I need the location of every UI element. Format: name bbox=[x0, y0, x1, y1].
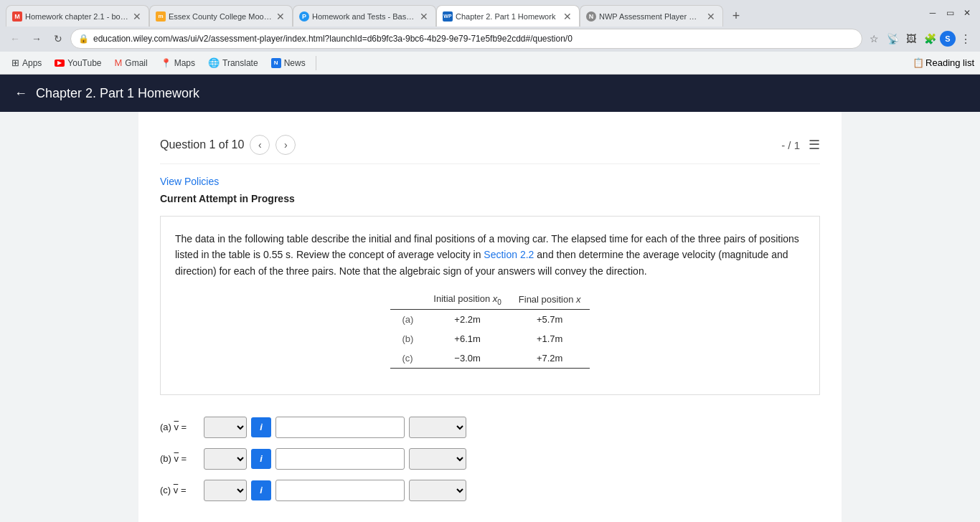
attempt-status: Current Attempt in Progress bbox=[160, 193, 820, 204]
tab-4-title: Chapter 2. Part 1 Homework bbox=[456, 12, 559, 21]
tab-3-close[interactable]: ✕ bbox=[418, 11, 430, 22]
question-navigation: Question 1 of 10 ‹ › - / 1 ☰ bbox=[160, 126, 820, 164]
bar-actions: ☆ 📡 🖼 🧩 S ⋮ bbox=[865, 30, 974, 47]
cast-icon[interactable]: 📡 bbox=[884, 30, 901, 47]
answer-row-a: (a) v = + - i positive negative bbox=[160, 417, 820, 438]
question-box: The data in the following table describe… bbox=[160, 216, 820, 395]
tab-4-close[interactable]: ✕ bbox=[562, 11, 573, 22]
answer-a-info-button[interactable]: i bbox=[251, 417, 271, 437]
answer-a-value-input[interactable] bbox=[275, 417, 405, 438]
new-tab-button[interactable]: + bbox=[726, 6, 746, 26]
browser-chrome: M Homework chapter 2.1 - bok... ✕ m Esse… bbox=[0, 0, 980, 75]
table-row-b: (b) +6.1m +1.7m bbox=[390, 329, 589, 348]
answer-b-info-button[interactable]: i bbox=[251, 449, 271, 469]
url-bar[interactable]: 🔒 education.wiley.com/was/ui/v2/assessme… bbox=[70, 29, 862, 49]
question-list-icon[interactable]: ☰ bbox=[809, 137, 820, 153]
tab-3-title: Homework and Tests - Basile... bbox=[312, 12, 415, 21]
profile-avatar[interactable]: S bbox=[940, 31, 956, 47]
prev-question-button[interactable]: ‹ bbox=[250, 135, 270, 155]
row-c-final: +7.2m bbox=[510, 348, 590, 369]
bookmark-gmail[interactable]: M Gmail bbox=[109, 54, 154, 71]
reading-list-button[interactable]: 📋 Reading list bbox=[913, 57, 974, 68]
maximize-button[interactable]: ▭ bbox=[943, 6, 957, 20]
page-title: Chapter 2. Part 1 Homework bbox=[36, 86, 199, 101]
answer-b-sign-select[interactable]: + - bbox=[204, 448, 247, 470]
bookmark-apps[interactable]: ⊞ Apps bbox=[6, 54, 47, 71]
answer-section: (a) v = + - i positive negative (b) v = … bbox=[160, 409, 820, 518]
tab-1-title: Homework chapter 2.1 - bok... bbox=[25, 12, 128, 21]
content-area: Question 1 of 10 ‹ › - / 1 ☰ View Polici… bbox=[138, 112, 842, 522]
view-policies-link[interactable]: View Policies bbox=[160, 176, 820, 187]
extensions-icon[interactable]: 🧩 bbox=[921, 30, 938, 47]
row-a-label: (a) bbox=[390, 309, 425, 329]
screenshot-icon[interactable]: 🖼 bbox=[903, 30, 920, 47]
data-table: Initial position x0 Final position x (a)… bbox=[390, 290, 589, 369]
forward-button[interactable]: → bbox=[27, 29, 46, 48]
tab-1-icon: M bbox=[12, 11, 22, 22]
window-controls: ─ ▭ ✕ bbox=[925, 6, 974, 20]
answer-row-c: (c) v = + - i positive negative bbox=[160, 480, 820, 501]
gmail-icon: M bbox=[115, 57, 123, 68]
bookmark-youtube[interactable]: ▶ YouTube bbox=[49, 55, 107, 71]
chrome-menu-button[interactable]: ⋮ bbox=[957, 30, 974, 47]
back-button[interactable]: ← bbox=[6, 29, 24, 48]
bookmark-news-label: News bbox=[284, 58, 306, 68]
reload-button[interactable]: ↻ bbox=[49, 29, 67, 48]
minimize-button[interactable]: ─ bbox=[925, 6, 940, 20]
tab-3[interactable]: P Homework and Tests - Basile... ✕ bbox=[293, 5, 436, 27]
bookmark-maps-label: Maps bbox=[174, 58, 195, 68]
lock-icon: 🔒 bbox=[78, 34, 89, 44]
col1-header: Initial position x0 bbox=[425, 290, 509, 309]
tab-2-icon: m bbox=[156, 11, 166, 22]
translate-icon: 🌐 bbox=[208, 57, 220, 68]
answer-a-direction-select[interactable]: positive negative bbox=[409, 417, 466, 438]
answer-c-sign-select[interactable]: + - bbox=[204, 480, 247, 501]
bookmark-translate[interactable]: 🌐 Translate bbox=[202, 54, 264, 71]
answer-c-direction-select[interactable]: positive negative bbox=[409, 480, 466, 501]
answer-b-value-input[interactable] bbox=[275, 448, 405, 470]
question-nav-right: - / 1 ☰ bbox=[781, 137, 820, 153]
row-a-final: +5.7m bbox=[510, 309, 590, 329]
close-button[interactable]: ✕ bbox=[960, 6, 974, 20]
apps-grid-icon: ⊞ bbox=[11, 57, 19, 68]
news-icon: N bbox=[271, 58, 281, 68]
back-page-button[interactable]: ← bbox=[14, 86, 27, 101]
question-nav-left: Question 1 of 10 ‹ › bbox=[160, 135, 296, 155]
col2-header: Final position x bbox=[510, 290, 590, 309]
bookmarks-bar: ⊞ Apps ▶ YouTube M Gmail 📍 Maps 🌐 Transl… bbox=[0, 52, 980, 75]
row-c-initial: −3.0m bbox=[425, 348, 509, 369]
youtube-icon: ▶ bbox=[55, 60, 65, 67]
tab-2[interactable]: m Essex County College Moodl... ✕ bbox=[149, 5, 293, 27]
bookmark-youtube-label: YouTube bbox=[67, 58, 101, 68]
tab-1-close[interactable]: ✕ bbox=[131, 11, 143, 22]
bookmark-maps[interactable]: 📍 Maps bbox=[155, 55, 201, 71]
answer-b-label: (b) v = bbox=[160, 453, 199, 464]
bookmark-translate-label: Translate bbox=[222, 58, 258, 68]
section-link[interactable]: Section 2.2 bbox=[484, 249, 534, 260]
url-text: education.wiley.com/was/ui/v2/assessment… bbox=[93, 34, 854, 44]
tab-4[interactable]: WP Chapter 2. Part 1 Homework ✕ bbox=[436, 5, 580, 27]
tab-3-icon: P bbox=[299, 11, 309, 22]
bookmark-gmail-label: Gmail bbox=[125, 58, 147, 68]
tab-5-close[interactable]: ✕ bbox=[705, 11, 717, 22]
tab-1[interactable]: M Homework chapter 2.1 - bok... ✕ bbox=[6, 5, 149, 27]
bookmark-apps-label: Apps bbox=[22, 58, 42, 68]
reading-list-icon: 📋 bbox=[913, 57, 924, 68]
answer-c-info-button[interactable]: i bbox=[251, 480, 271, 500]
row-a-initial: +2.2m bbox=[425, 309, 509, 329]
next-question-button[interactable]: › bbox=[275, 135, 296, 155]
answer-b-direction-select[interactable]: positive negative bbox=[409, 448, 466, 470]
tab-strip: M Homework chapter 2.1 - bok... ✕ m Esse… bbox=[6, 0, 920, 26]
bookmark-star-icon[interactable]: ☆ bbox=[865, 30, 882, 47]
maps-icon: 📍 bbox=[161, 58, 171, 68]
answer-c-value-input[interactable] bbox=[275, 480, 405, 501]
tab-5[interactable]: N NWP Assessment Player UI A... ✕ bbox=[580, 5, 723, 27]
address-bar: ← → ↻ 🔒 education.wiley.com/was/ui/v2/as… bbox=[0, 26, 980, 52]
row-b-label: (b) bbox=[390, 329, 425, 348]
score-display: - / 1 bbox=[781, 139, 800, 151]
answer-a-sign-select[interactable]: + - bbox=[204, 417, 247, 438]
tab-5-icon: N bbox=[586, 11, 596, 22]
bookmark-news[interactable]: N News bbox=[265, 55, 311, 71]
tab-2-close[interactable]: ✕ bbox=[275, 11, 286, 22]
question-label: Question 1 of 10 bbox=[160, 138, 244, 151]
